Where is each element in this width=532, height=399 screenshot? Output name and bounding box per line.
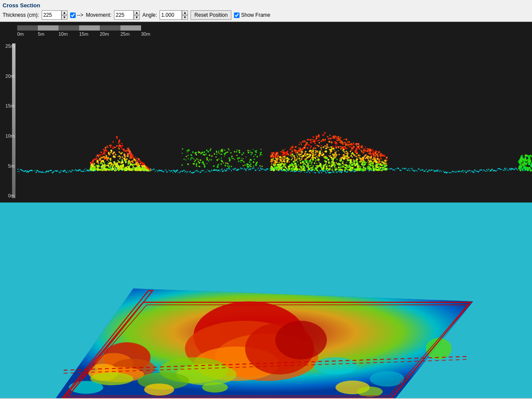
- angle-input[interactable]: [160, 10, 182, 20]
- angle-spinner: ▲ ▼: [182, 10, 188, 20]
- y-axis: 25m 20m 15m 10m 5m 0m: [0, 43, 16, 198]
- view-3d-panel[interactable]: [0, 203, 532, 398]
- terrain-3d-svg: [0, 203, 532, 398]
- tree-cluster-far-right: [275, 321, 327, 359]
- y-label-0: 0m: [8, 193, 15, 198]
- show-frame-group: Show Frame: [234, 12, 270, 18]
- angle-up-btn[interactable]: ▲: [182, 10, 188, 15]
- scale-block-4: [100, 25, 120, 31]
- movement-spinner: ▲ ▼: [134, 10, 140, 20]
- bottom-cluster-1: [144, 384, 174, 396]
- angle-input-group: ▲ ▼: [160, 10, 188, 20]
- movement-down-btn[interactable]: ▼: [134, 15, 140, 20]
- cross-section-canvas[interactable]: /* will be drawn inline */: [17, 43, 532, 198]
- scale-block-3: [79, 25, 100, 31]
- scale-blocks: [17, 25, 528, 31]
- app-title: Cross Section: [3, 2, 529, 9]
- show-frame-label: Show Frame: [241, 12, 270, 18]
- scale-label-30: 30m: [141, 31, 162, 37]
- thickness-down-btn[interactable]: ▼: [62, 15, 68, 20]
- movement-input-group: ▲ ▼: [114, 10, 140, 20]
- scale-label-0: 0m: [17, 31, 38, 37]
- arrow-label: -->: [77, 12, 83, 18]
- thickness-input[interactable]: [42, 10, 62, 20]
- bottom-cluster-2: [202, 382, 228, 393]
- controls-row: Thickness (cm): ▲ ▼ --> Movement: ▲ ▼ An…: [3, 10, 529, 20]
- arrow-checkbox[interactable]: [70, 12, 76, 18]
- angle-down-btn[interactable]: ▼: [182, 15, 188, 20]
- scale-label-25: 25m: [120, 31, 141, 37]
- angle-label: Angle:: [142, 12, 157, 18]
- reset-position-button[interactable]: Reset Position: [191, 10, 231, 20]
- scale-label-20: 20m: [100, 31, 120, 37]
- cross-section-pointcloud-canvas[interactable]: [17, 43, 532, 198]
- scale-block-0: [17, 25, 38, 31]
- y-label-25: 25m: [6, 43, 15, 49]
- y-label-15: 15m: [6, 103, 15, 108]
- bottom-cluster-4: [357, 387, 383, 397]
- y-label-20: 20m: [6, 74, 15, 79]
- thickness-label: Thickness (cm):: [3, 12, 39, 18]
- scale-label-5: 5m: [38, 31, 58, 37]
- movement-input[interactable]: [114, 10, 134, 20]
- cyan-edge-2: [314, 357, 357, 374]
- thickness-up-btn[interactable]: ▲: [62, 10, 68, 15]
- thickness-input-group: ▲ ▼: [42, 10, 68, 20]
- scale-block-2: [58, 25, 79, 31]
- toolbar: Cross Section Thickness (cm): ▲ ▼ --> Mo…: [0, 0, 532, 22]
- movement-up-btn[interactable]: ▲: [134, 10, 140, 15]
- scale-block-5: [120, 25, 141, 31]
- scale-label-15: 15m: [79, 31, 100, 37]
- y-label-10: 10m: [6, 133, 15, 138]
- scale-bar-area: 0m 5m 10m 15m 20m 25m 30m: [17, 25, 528, 43]
- arrow-checkbox-group: -->: [70, 12, 83, 18]
- scale-labels: 0m 5m 10m 15m 20m 25m 30m: [17, 31, 528, 37]
- movement-label: Movement:: [86, 12, 111, 18]
- thickness-spinner: ▲ ▼: [62, 10, 68, 20]
- scale-label-10: 10m: [58, 31, 79, 37]
- show-frame-checkbox[interactable]: [234, 12, 240, 18]
- scale-block-1: [38, 25, 58, 31]
- y-label-5: 5m: [8, 163, 15, 169]
- cross-section-panel[interactable]: 0m 5m 10m 15m 20m 25m 30m 25m 20m 15m 10…: [0, 22, 532, 203]
